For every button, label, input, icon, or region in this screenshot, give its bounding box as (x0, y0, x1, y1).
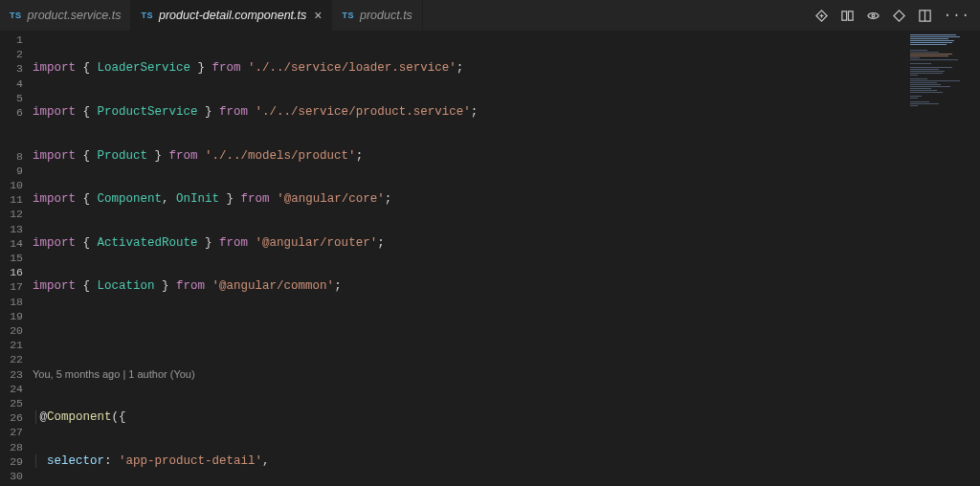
tab-product-detail-component[interactable]: TS product-detail.component.ts × (131, 0, 332, 31)
diff-changes-icon[interactable] (814, 9, 829, 23)
code-area[interactable]: import { LoaderService } from './../serv… (33, 31, 905, 486)
split-editor-icon[interactable] (918, 9, 932, 23)
open-changes-icon[interactable] (840, 9, 855, 23)
tab-product-model[interactable]: TS product.ts (332, 0, 422, 31)
ts-file-icon: TS (10, 11, 22, 20)
code-editor[interactable]: 123 456 8910 111213 1415 16 171819 20212… (0, 31, 980, 486)
ts-file-icon: TS (342, 11, 354, 20)
close-icon[interactable]: × (314, 8, 322, 23)
editor-title-actions: ··· (814, 0, 980, 31)
svg-rect-0 (842, 11, 847, 19)
editor-tabbar: TS product.service.ts TS product-detail.… (0, 0, 980, 31)
code-line: import { LoaderService } from './../serv… (33, 61, 905, 76)
codelens-authors[interactable]: You, 5 months ago | 1 author (You) (33, 367, 905, 382)
code-line: import { Product } from './../models/pro… (33, 149, 905, 164)
svg-point-2 (872, 14, 875, 17)
tab-product-service[interactable]: TS product.service.ts (0, 0, 131, 31)
code-line: import { ActivatedRoute } from '@angular… (33, 236, 905, 251)
svg-rect-1 (848, 11, 853, 19)
code-line: │ selector: 'app-product-detail', (33, 454, 905, 469)
code-line: import { ProductService } from './../ser… (33, 105, 905, 120)
code-line: import { Component, OnInit } from '@angu… (33, 192, 905, 207)
code-line: import { Location } from '@angular/commo… (33, 279, 905, 294)
revert-file-icon[interactable] (892, 9, 906, 23)
tab-label: product.service.ts (28, 9, 122, 22)
open-preview-icon[interactable] (866, 9, 880, 23)
tab-label: product.ts (360, 9, 412, 22)
more-actions-icon[interactable]: ··· (944, 8, 970, 23)
line-number-gutter: 123 456 8910 111213 1415 16 171819 20212… (0, 31, 33, 486)
minimap[interactable] (905, 31, 980, 486)
code-line: │@Component({ (33, 410, 905, 425)
tab-label: product-detail.component.ts (159, 9, 306, 22)
ts-file-icon: TS (141, 11, 153, 20)
